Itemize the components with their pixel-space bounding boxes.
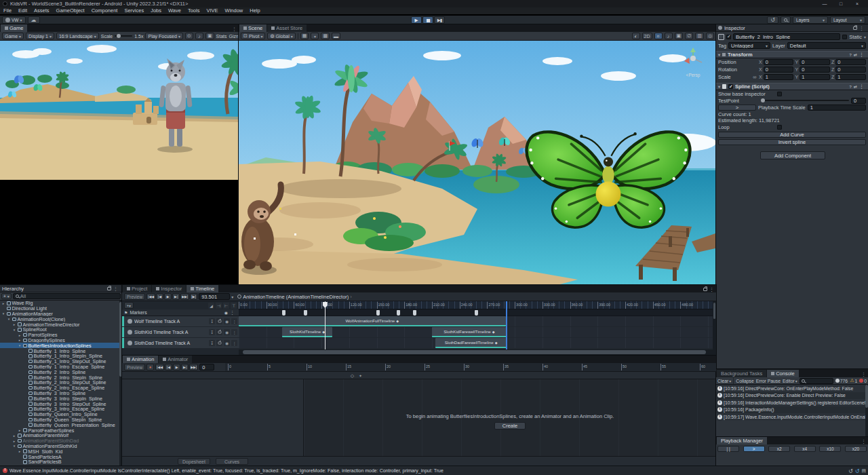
hierarchy-row[interactable]: ▾SplineRoot [0,327,119,332]
hierarchy-row[interactable]: Butterfly_1_Intro_StepOut_Spline [0,359,119,364]
expand-arrow-icon[interactable]: ▸ [1,301,5,305]
step-button[interactable]: ▶▮ [434,16,445,24]
search-input[interactable]: All [13,293,121,299]
clear-button[interactable]: Clear [717,379,731,383]
tab-asset-store[interactable]: Asset Store [267,24,307,32]
timeline-clip[interactable]: WolfAnimationFullTimeline [239,316,506,326]
expand-arrow-icon[interactable]: ▸ [12,439,16,443]
expand-arrow-icon[interactable]: ▸ [18,338,22,342]
scrollbar-thumb[interactable] [243,350,706,354]
more-icon[interactable]: ⋮ [231,329,237,335]
transport-button[interactable]: |◀ [156,293,163,300]
play-spline-button[interactable]: > [718,104,756,111]
animation-property-pane[interactable] [122,379,304,456]
hierarchy-row[interactable]: SandParticlesB [0,459,119,465]
lock-icon[interactable] [107,287,111,290]
transport-button[interactable]: ▶▶| [189,364,198,370]
presets-icon[interactable] [854,52,857,58]
expand-arrow-icon[interactable]: ▸ [18,449,22,453]
help-icon[interactable] [849,52,852,58]
transport-button[interactable]: |◀◀ [155,364,164,370]
snap-increment-icon[interactable] [321,33,330,39]
hierarchy-row[interactable]: ▸MSH_Sloth_Kid [0,449,119,454]
frame-start-icon[interactable]: ⊣ [216,303,222,309]
x-field[interactable]: 0 [764,66,794,73]
close-button[interactable]: × [849,0,865,7]
hierarchy-row[interactable]: ▸DragonflySplines [0,338,119,343]
eye-icon[interactable] [224,329,230,335]
z-field[interactable]: 1 [835,74,866,80]
preview-toggle[interactable]: Preview [124,293,145,300]
create-button[interactable]: Create [494,422,526,430]
effects-dropdown-icon[interactable] [675,33,684,39]
expand-arrow-icon[interactable]: ▸ [18,333,22,337]
playback-speed-button[interactable]: > [743,446,765,452]
console-row[interactable]: [10:59:16] DirectPreviewCore: Enable Dir… [716,392,865,400]
lock-icon[interactable] [216,340,222,346]
shading-mode-dropdown[interactable] [632,33,640,39]
expand-arrow-icon[interactable]: ▾ [1,311,5,316]
markers-lane[interactable] [239,309,713,316]
layout-dropdown[interactable]: Layout [830,16,865,24]
2d-toggle[interactable]: 2D [642,33,652,39]
transport-button[interactable]: [▶] [190,293,197,300]
more-icon[interactable] [861,438,866,444]
hierarchy-row[interactable]: ▸AnimationParentSlothDad [0,438,119,444]
timeline-ruler[interactable]: 0.0030.0060.0090.00120.00150.00180.00210… [239,301,713,309]
menu-item[interactable]: Wave [165,7,184,14]
timeline-marker[interactable] [413,310,416,316]
hierarchy-row[interactable]: ▾ButterfliesIntroductionSplines [0,343,119,348]
tab-project[interactable]: Project [123,285,151,292]
add-curve-button[interactable]: Add Curve [718,132,866,138]
name-field[interactable]: Butterfly_2_Intro_Spline [733,33,840,40]
console-scrollbar[interactable] [865,385,868,437]
playback-speed-button[interactable]: x10 [819,446,841,452]
tab-timeline[interactable]: Timeline [186,285,218,292]
expand-arrow-icon[interactable]: ▸ [18,428,22,432]
transport-button[interactable]: ▶| [172,293,180,300]
timeline-track-header[interactable]: SlothKid Timeline Track A⋮ [122,327,239,337]
z-field[interactable]: 0 [835,59,866,65]
display-dropdown[interactable]: Display 1 [26,33,54,39]
expand-arrow-icon[interactable]: ▸ [12,322,16,326]
tab-animation[interactable]: Animation [123,356,158,363]
preview-toggle[interactable]: Preview [124,364,145,370]
vsync-icon[interactable] [205,33,214,39]
hierarchy-row[interactable]: Butterfly_1_Intro_Spline [0,348,119,354]
camera-dropdown-icon[interactable] [695,33,704,39]
mute-audio-icon[interactable] [195,33,203,39]
eye-icon[interactable] [224,318,230,324]
visibility-toggle-icon[interactable] [685,33,693,39]
component-enabled-checkbox[interactable] [728,84,733,89]
menu-item[interactable]: Edit [15,7,31,14]
timeline-marker[interactable] [304,310,307,316]
grid-snap-icon[interactable] [300,33,309,39]
gizmos-button[interactable]: Gizmos [229,34,239,39]
collapse-button[interactable]: Collapse [736,379,753,383]
console-search-input[interactable] [800,378,833,384]
transform-header[interactable]: Transform [716,51,868,58]
console-row[interactable]: [10:59:17] Wave.Essence.InputModule.Cont… [716,413,865,421]
lock-icon[interactable] [703,288,707,291]
error-pause-button[interactable]: Error Pause [756,379,781,383]
menu-item[interactable]: Assets [31,7,53,14]
status-bar[interactable]: Wave.Essence.InputModule.ControllerInput… [0,466,868,475]
foldout-arrow-icon[interactable] [718,83,720,90]
pin-icon[interactable] [209,340,215,346]
active-checkbox[interactable] [726,35,731,39]
menu-item[interactable]: File [0,7,15,14]
menu-item[interactable]: Help [246,7,263,14]
playback-speed-button[interactable]: x4 [794,446,816,452]
play-button[interactable]: ▶ [411,16,422,24]
hierarchy-row[interactable]: ▸AnimationParentWolf [0,433,119,438]
timeline-track-lane[interactable]: SlothDadFarewellTimeline [239,338,713,348]
tab-inspector[interactable]: Inspector [152,285,186,292]
spline-header[interactable]: Spline (Script) [716,83,868,90]
play-focused-dropdown[interactable]: Play Focused [145,33,182,39]
frame-end-icon[interactable]: ⊢ [223,303,229,309]
handle-space-dropdown[interactable]: Global [267,33,295,39]
lighting-toggle-icon[interactable] [654,33,663,39]
tab-playback-manager[interactable]: Playback Manager [717,437,767,444]
hierarchy-row[interactable]: ▸Wave Rig [0,301,119,306]
help-icon[interactable] [849,83,852,90]
